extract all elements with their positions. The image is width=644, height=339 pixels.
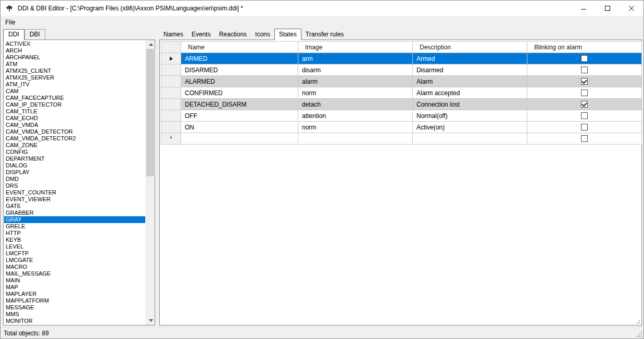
close-button[interactable] bbox=[620, 1, 643, 16]
tab-icons[interactable]: Icons bbox=[251, 29, 274, 40]
list-item-drs[interactable]: DRS bbox=[4, 182, 145, 189]
list-item-atm_itv[interactable]: ATM_ITV bbox=[4, 81, 145, 88]
blinking-checkbox[interactable] bbox=[581, 67, 588, 73]
list-item-lmcgate[interactable]: LMCGATE bbox=[4, 257, 145, 264]
cell-image[interactable]: arm bbox=[298, 53, 413, 64]
list-item-http[interactable]: HTTP bbox=[4, 230, 145, 237]
row-header[interactable] bbox=[161, 64, 181, 76]
blinking-checkbox[interactable] bbox=[581, 135, 588, 142]
cell-blinking-on-alarm[interactable] bbox=[527, 133, 642, 145]
cell-description[interactable]: Alarm accepted bbox=[413, 87, 527, 99]
list-item-dialog[interactable]: DIALOG bbox=[4, 162, 145, 169]
cell-name[interactable]: ARMED bbox=[181, 53, 298, 64]
list-item-cam_echd[interactable]: CAM_ECHD bbox=[4, 115, 145, 122]
list-item-atmx25_client[interactable]: ATMX25_CLIENT bbox=[4, 68, 145, 74]
list-scrollbar[interactable] bbox=[146, 40, 155, 325]
grid-row[interactable]: * bbox=[161, 133, 642, 145]
cell-description[interactable]: Connection lost bbox=[413, 99, 527, 110]
cell-name[interactable]: ON bbox=[181, 122, 298, 133]
list-item-gray[interactable]: GRAY bbox=[4, 216, 145, 223]
list-item-keyb[interactable]: KEYB bbox=[4, 237, 145, 243]
list-item-arch[interactable]: ARCH bbox=[4, 47, 145, 54]
current-row-indicator[interactable] bbox=[161, 53, 181, 64]
cell-image[interactable] bbox=[298, 133, 413, 145]
column-header-description[interactable]: Description bbox=[413, 42, 527, 53]
cell-name[interactable]: OFF bbox=[181, 110, 298, 122]
cell-name[interactable] bbox=[181, 133, 298, 145]
row-header[interactable] bbox=[161, 87, 181, 99]
cell-blinking-on-alarm[interactable] bbox=[527, 87, 642, 99]
list-item-lmcftp[interactable]: LMCFTP bbox=[4, 250, 145, 257]
grid-row[interactable]: CONFIRMEDnormAlarm accepted bbox=[161, 87, 642, 99]
list-item-level[interactable]: LEVEL bbox=[4, 243, 145, 250]
list-item-atm[interactable]: ATM bbox=[4, 61, 145, 68]
tab-transfer-rules[interactable]: Transfer rules bbox=[301, 29, 348, 40]
cell-image[interactable]: attention bbox=[298, 110, 413, 122]
grid-row[interactable]: OFFattentionNormal(off) bbox=[161, 110, 642, 122]
tab-states[interactable]: States bbox=[274, 29, 301, 40]
list-item-department[interactable]: DEPARTMENT bbox=[4, 155, 145, 162]
grid-corner-cell[interactable] bbox=[161, 42, 181, 53]
new-row-indicator[interactable]: * bbox=[161, 133, 181, 145]
cell-description[interactable]: Armed bbox=[413, 53, 527, 64]
blinking-checkbox[interactable] bbox=[581, 78, 588, 85]
grid-row[interactable]: ARMEDarmArmed bbox=[161, 53, 642, 64]
cell-image[interactable]: detach bbox=[298, 99, 413, 110]
cell-description[interactable]: Normal(off) bbox=[413, 110, 527, 122]
list-item-cam_vmda_detector[interactable]: CAM_VMDA_DETECTOR bbox=[4, 128, 145, 135]
tab-dbi[interactable]: DBI bbox=[24, 29, 45, 40]
panel-resize-grip[interactable] bbox=[635, 319, 640, 324]
cell-name[interactable]: ALARMED bbox=[181, 76, 298, 87]
list-item-event_viewer[interactable]: EVENT_VIEWER bbox=[4, 196, 145, 203]
list-item-grele[interactable]: GRELE bbox=[4, 223, 145, 230]
list-item-cam_zone[interactable]: CAM_ZONE bbox=[4, 142, 145, 149]
blinking-checkbox[interactable] bbox=[581, 89, 588, 96]
cell-name[interactable]: CONFIRMED bbox=[181, 87, 298, 99]
cell-image[interactable]: alarm bbox=[298, 76, 413, 87]
list-item-mms[interactable]: MMS bbox=[4, 311, 145, 318]
scroll-up-button[interactable] bbox=[146, 40, 155, 49]
minimize-button[interactable] bbox=[572, 1, 596, 16]
grid-row[interactable]: ONnormActive(on) bbox=[161, 122, 642, 133]
list-item-activex[interactable]: ACTIVEX bbox=[4, 41, 145, 47]
cell-blinking-on-alarm[interactable] bbox=[527, 64, 642, 76]
list-item-cam_facecapture[interactable]: CAM_FACECAPTURE bbox=[4, 95, 145, 101]
column-header-image[interactable]: Image bbox=[298, 42, 413, 53]
cell-image[interactable]: norm bbox=[298, 87, 413, 99]
column-header-blinking-on-alarm[interactable]: Blinking on alarm bbox=[527, 42, 642, 53]
row-header[interactable] bbox=[161, 76, 181, 87]
cell-blinking-on-alarm[interactable] bbox=[527, 99, 642, 110]
cell-image[interactable]: norm bbox=[298, 122, 413, 133]
row-header[interactable] bbox=[161, 122, 181, 133]
cell-blinking-on-alarm[interactable] bbox=[527, 76, 642, 87]
blinking-checkbox[interactable] bbox=[581, 112, 588, 119]
list-item-maplayer[interactable]: MAPLAYER bbox=[4, 291, 145, 297]
list-item-atmx25_server[interactable]: ATMX25_SERVER bbox=[4, 74, 145, 81]
grid-row[interactable]: ALARMEDalarmAlarm bbox=[161, 76, 642, 87]
tab-events[interactable]: Events bbox=[187, 29, 215, 40]
tab-reactions[interactable]: Reactions bbox=[215, 29, 251, 40]
cell-blinking-on-alarm[interactable] bbox=[527, 110, 642, 122]
list-item-monitor[interactable]: MONITOR bbox=[4, 318, 145, 324]
list-item-map[interactable]: MAP bbox=[4, 284, 145, 291]
scroll-thumb[interactable] bbox=[146, 49, 155, 176]
list-item-config[interactable]: CONFIG bbox=[4, 149, 145, 155]
list-item-gate[interactable]: GATE bbox=[4, 203, 145, 210]
grid-row[interactable]: DETACHED_DISARMdetachConnection lost bbox=[161, 99, 642, 110]
list-item-cam_ip_detector[interactable]: CAM_IP_DETECTOR bbox=[4, 101, 145, 108]
list-item-dmd[interactable]: DMD bbox=[4, 176, 145, 182]
cell-description[interactable]: Disarmed bbox=[413, 64, 527, 76]
list-item-mapplatform[interactable]: MAPPLATFORM bbox=[4, 297, 145, 304]
list-item-main[interactable]: MAIN bbox=[4, 277, 145, 284]
cell-name[interactable]: DETACHED_DISARM bbox=[181, 99, 298, 110]
list-item-cam_title[interactable]: CAM_TITLE bbox=[4, 108, 145, 115]
row-header[interactable] bbox=[161, 99, 181, 110]
blinking-checkbox[interactable] bbox=[581, 124, 588, 131]
maximize-button[interactable] bbox=[596, 1, 620, 16]
list-item-display[interactable]: DISPLAY bbox=[4, 169, 145, 176]
blinking-checkbox[interactable] bbox=[581, 101, 588, 108]
row-header[interactable] bbox=[161, 110, 181, 122]
list-item-grabber[interactable]: GRABBER bbox=[4, 210, 145, 216]
tab-ddi[interactable]: DDI bbox=[3, 29, 24, 40]
column-header-name[interactable]: Name bbox=[181, 42, 298, 53]
